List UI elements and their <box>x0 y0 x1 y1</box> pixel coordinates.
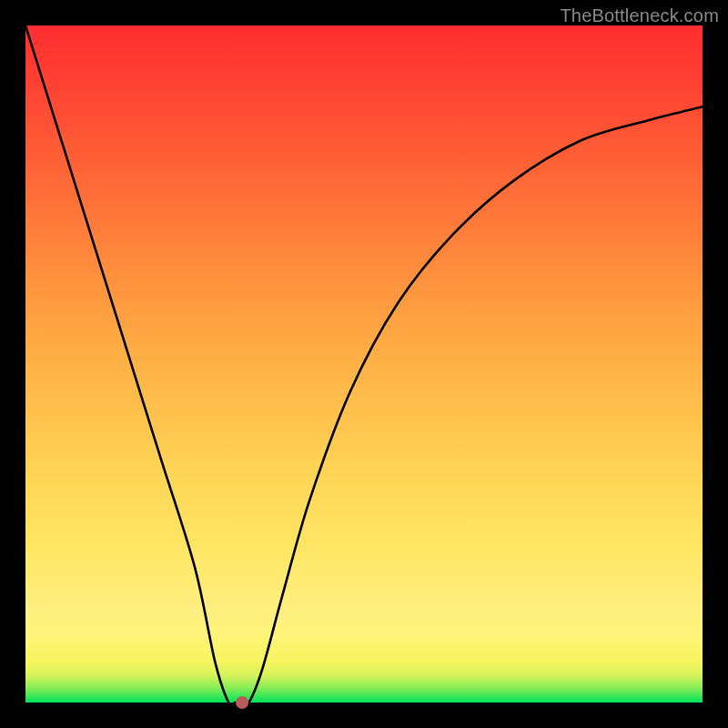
chart-frame: TheBottleneck.com <box>0 0 728 728</box>
chart-plot-area <box>25 25 703 703</box>
watermark-text: TheBottleneck.com <box>560 5 719 26</box>
optimal-point-marker <box>236 696 248 709</box>
